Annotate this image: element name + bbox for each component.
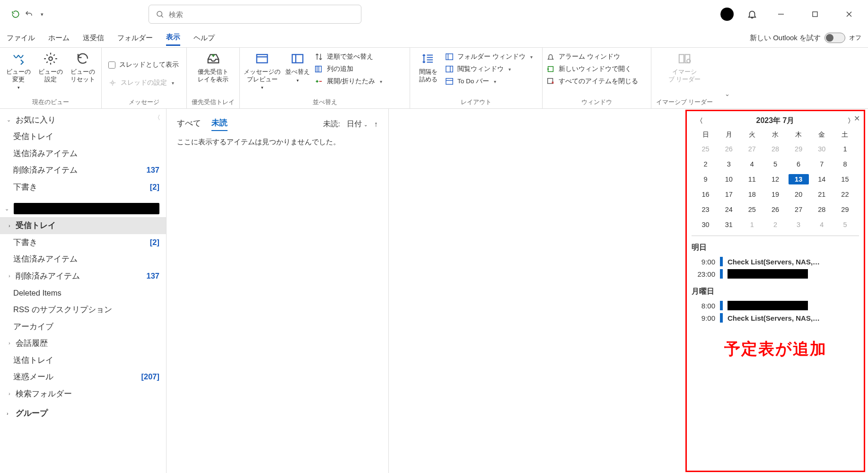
open-new-window-button[interactable]: 新しいウィンドウで開く: [546, 65, 638, 73]
folder-item[interactable]: ›削除済みアイテム137: [0, 268, 166, 285]
cal-day[interactable]: 4: [812, 219, 832, 230]
filter-unread[interactable]: 未読: [211, 117, 228, 131]
sort-button[interactable]: 並べ替え▾: [283, 51, 312, 83]
cal-day[interactable]: 7: [812, 159, 832, 169]
reading-pane-button[interactable]: 閲覧ウィンドウ: [445, 65, 533, 73]
cal-day[interactable]: 11: [742, 174, 762, 184]
cal-day[interactable]: 1: [742, 219, 762, 230]
cal-day[interactable]: 5: [835, 219, 855, 230]
cal-day[interactable]: 12: [765, 174, 785, 184]
view-settings-button[interactable]: ビューの 設定: [36, 51, 65, 83]
cal-day[interactable]: 16: [695, 189, 716, 200]
cal-day[interactable]: 27: [742, 144, 762, 154]
cal-day[interactable]: 22: [835, 189, 855, 200]
cal-day[interactable]: 6: [789, 159, 809, 169]
refresh-icon[interactable]: [11, 10, 20, 18]
fav-item[interactable]: 削除済みアイテム137: [0, 162, 166, 179]
cal-day[interactable]: 29: [789, 144, 809, 154]
qat-customize-icon[interactable]: ▾: [38, 10, 46, 18]
cal-day[interactable]: 23: [695, 204, 716, 215]
agenda-item[interactable]: 9:00Check List(Servers, NAS,…: [692, 255, 859, 268]
cal-day[interactable]: 4: [742, 159, 762, 169]
tab-sendreceive[interactable]: 送受信: [83, 31, 104, 45]
folder-item[interactable]: 迷惑メール[207]: [0, 368, 166, 385]
groups-header[interactable]: ›グループ: [0, 405, 166, 421]
sort-by-date[interactable]: 日付 ⌄: [347, 119, 368, 129]
cal-day[interactable]: 29: [835, 204, 855, 215]
tab-home[interactable]: ホーム: [48, 31, 70, 45]
cal-day[interactable]: 30: [812, 144, 832, 154]
bell-icon[interactable]: [747, 9, 757, 19]
tab-help[interactable]: ヘルプ: [193, 31, 215, 45]
cal-day[interactable]: 14: [812, 174, 832, 184]
cal-day[interactable]: 30: [695, 219, 716, 230]
cal-day[interactable]: 1: [835, 144, 855, 154]
folder-item[interactable]: 送信済みアイテム: [0, 251, 166, 268]
tab-folder[interactable]: フォルダー: [117, 31, 153, 45]
sort-direction-icon[interactable]: ↑: [374, 120, 378, 129]
cal-day[interactable]: 18: [742, 189, 762, 200]
collapse-nav-icon[interactable]: 〈: [154, 114, 160, 122]
add-columns-button[interactable]: 列の追加: [315, 65, 382, 73]
cal-day[interactable]: 5: [765, 159, 785, 169]
cal-day[interactable]: 3: [789, 219, 809, 230]
todo-close-button[interactable]: ✕: [854, 114, 860, 123]
fav-item[interactable]: 受信トレイ: [0, 128, 166, 145]
cal-next-button[interactable]: 〉: [848, 117, 854, 125]
cal-day[interactable]: 24: [719, 204, 739, 215]
cal-day[interactable]: 9: [695, 174, 716, 184]
cal-day[interactable]: 31: [719, 219, 739, 230]
fav-item[interactable]: 送信済みアイテム: [0, 145, 166, 162]
ribbon-collapse-button[interactable]: ⌄: [718, 48, 736, 108]
account-header[interactable]: ⌄: [0, 200, 166, 217]
folder-pane-button[interactable]: フォルダー ウィンドウ: [445, 53, 533, 61]
todo-bar-button[interactable]: To Do バー: [445, 77, 533, 86]
close-button[interactable]: [839, 7, 859, 21]
folder-item[interactable]: 送信トレイ: [0, 352, 166, 369]
tab-file[interactable]: ファイル: [7, 31, 35, 45]
message-preview-button[interactable]: メッセージの プレビュー▾: [244, 51, 281, 91]
folder-item[interactable]: 下書き[2]: [0, 234, 166, 251]
cal-day[interactable]: 28: [812, 204, 832, 215]
reset-view-button[interactable]: ビューの リセット: [68, 51, 97, 83]
folder-item[interactable]: Deleted Items: [0, 285, 166, 302]
agenda-item[interactable]: 23:00: [692, 268, 859, 280]
cal-day[interactable]: 26: [765, 204, 785, 215]
thread-settings-button[interactable]: スレッドの設定: [108, 79, 174, 87]
cal-day[interactable]: 8: [835, 159, 855, 169]
folder-item[interactable]: アーカイブ: [0, 318, 166, 335]
change-view-button[interactable]: ビューの 変更▾: [4, 51, 33, 91]
fav-item[interactable]: 下書き[2]: [0, 179, 166, 196]
cal-day[interactable]: 15: [835, 174, 855, 184]
try-new-outlook-toggle[interactable]: [824, 33, 845, 43]
agenda-item[interactable]: 8:00: [692, 299, 859, 312]
favorites-header[interactable]: ⌄お気に入り: [0, 112, 166, 128]
folder-item[interactable]: RSS のサブスクリプション: [0, 301, 166, 318]
cal-day[interactable]: 21: [812, 189, 832, 200]
folder-item[interactable]: ›受信トレイ: [0, 217, 166, 234]
maximize-button[interactable]: [805, 7, 825, 21]
cal-day[interactable]: 19: [765, 189, 785, 200]
reverse-sort-button[interactable]: 逆順で並べ替え: [315, 53, 382, 61]
folder-item[interactable]: ›検索フォルダー: [0, 385, 166, 403]
immersive-reader-button[interactable]: イマーシ ブ リーダー: [663, 51, 706, 83]
cal-day[interactable]: 10: [719, 174, 739, 184]
focused-inbox-button[interactable]: 優先受信ト レイを表示: [192, 51, 235, 83]
close-all-button[interactable]: すべてのアイテムを閉じる: [546, 77, 638, 86]
cal-day[interactable]: 2: [765, 219, 785, 230]
cal-day[interactable]: 20: [789, 189, 809, 200]
search-bar[interactable]: [149, 5, 361, 24]
show-as-thread-checkbox[interactable]: スレッドとして表示: [108, 61, 179, 69]
cal-day[interactable]: 3: [719, 159, 739, 169]
expand-collapse-button[interactable]: 展開/折りたたみ: [315, 77, 382, 86]
filter-all[interactable]: すべて: [177, 118, 201, 131]
folder-item[interactable]: ›会話履歴: [0, 335, 166, 352]
cal-day[interactable]: 13: [789, 174, 809, 184]
cal-day[interactable]: 26: [719, 144, 739, 154]
tighter-spacing-button[interactable]: 間隔を 詰める: [414, 51, 442, 83]
search-input[interactable]: [169, 10, 354, 18]
cal-day[interactable]: 25: [695, 144, 716, 154]
cal-day[interactable]: 2: [695, 159, 716, 169]
cal-day[interactable]: 17: [719, 189, 739, 200]
avatar[interactable]: [720, 8, 734, 21]
